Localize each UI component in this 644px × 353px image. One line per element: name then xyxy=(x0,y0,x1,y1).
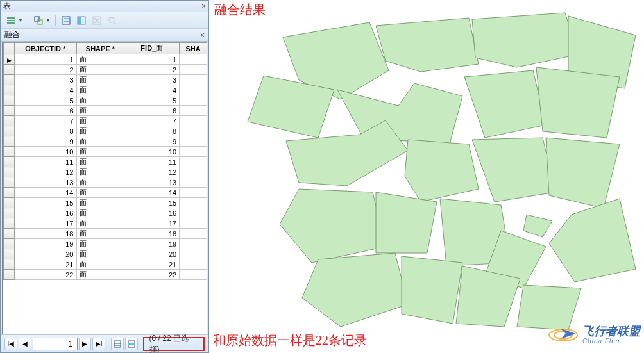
cell-fid: 9 xyxy=(124,136,180,147)
table-row[interactable]: 22面22 xyxy=(4,270,207,280)
pane-titlebar: 表 × xyxy=(1,1,208,12)
table-row[interactable]: 2面2 xyxy=(4,65,207,75)
table-row[interactable]: 4面4 xyxy=(4,85,207,95)
table-options-dropdown[interactable]: ▼ xyxy=(17,14,24,27)
row-selector[interactable] xyxy=(4,75,15,85)
table-row[interactable]: 10面10 xyxy=(4,147,207,157)
row-selector[interactable] xyxy=(4,167,15,177)
nav-last-button[interactable]: ▶I xyxy=(92,338,105,350)
select-by-attributes-button[interactable] xyxy=(60,14,72,27)
row-selector[interactable] xyxy=(4,157,15,167)
row-selector[interactable] xyxy=(4,188,15,198)
cell-shape: 面 xyxy=(76,239,124,249)
record-nav-bar: I◀ ◀ ▶ ▶I (0 / 22 已选择) xyxy=(1,334,208,352)
row-selector[interactable] xyxy=(4,208,15,218)
table-options-button[interactable] xyxy=(4,14,17,27)
cell-fid: 3 xyxy=(124,75,180,85)
row-selector[interactable] xyxy=(4,177,15,188)
table-row[interactable]: 6面6 xyxy=(4,106,207,116)
cell-fid: 2 xyxy=(124,65,180,75)
show-all-records-button[interactable] xyxy=(111,338,124,350)
table-row[interactable]: 17面17 xyxy=(4,218,207,229)
related-tables-button[interactable] xyxy=(32,14,45,27)
table-row[interactable]: 12面12 xyxy=(4,167,207,177)
layer-tab-close-button[interactable]: × xyxy=(200,31,205,40)
cell-objectid: 10 xyxy=(15,147,76,157)
map-view[interactable]: 融合结果 和原始数据一样是22条记录 飞行者联盟 Chi xyxy=(209,0,644,353)
table-row[interactable]: ▶1面1 xyxy=(4,54,207,65)
row-selector[interactable] xyxy=(4,106,15,116)
row-selector-header[interactable] xyxy=(4,43,15,54)
table-row[interactable]: 11面11 xyxy=(4,157,207,167)
nav-prev-button[interactable]: ◀ xyxy=(19,338,31,350)
row-selector[interactable] xyxy=(4,136,15,147)
col-header-fid[interactable]: FID_面 xyxy=(124,43,180,54)
row-selector[interactable] xyxy=(4,116,15,126)
row-selector[interactable] xyxy=(4,65,15,75)
layer-tab-label[interactable]: 融合 xyxy=(4,29,20,40)
row-selector[interactable] xyxy=(4,126,15,136)
table-row[interactable]: 16面16 xyxy=(4,208,207,218)
table-row[interactable]: 14面14 xyxy=(4,188,207,198)
table-row[interactable]: 5面5 xyxy=(4,95,207,106)
nav-first-button[interactable]: I◀ xyxy=(4,338,17,350)
col-header-objectid[interactable]: OBJECTID * xyxy=(15,43,76,54)
feature-polygon xyxy=(472,13,578,67)
row-selector[interactable] xyxy=(4,198,15,208)
related-tables-dropdown[interactable]: ▼ xyxy=(45,14,51,27)
show-selected-records-button[interactable] xyxy=(125,338,138,350)
cell-fid: 16 xyxy=(124,208,180,218)
zoom-to-selection-button[interactable] xyxy=(106,14,119,27)
cell-objectid: 14 xyxy=(15,188,76,198)
cell-fid: 11 xyxy=(124,157,180,167)
cell-shape: 面 xyxy=(76,270,124,280)
row-selector[interactable]: ▶ xyxy=(4,54,15,65)
cell-shape: 面 xyxy=(76,188,124,198)
col-header-sha[interactable]: SHA xyxy=(180,43,207,54)
feature-polygon xyxy=(280,189,386,263)
watermark: 飞行者联盟 China Flier xyxy=(548,322,640,348)
feature-polygon xyxy=(402,256,462,324)
cell-sha xyxy=(180,106,207,116)
cell-shape: 面 xyxy=(76,136,124,147)
row-selector[interactable] xyxy=(4,95,15,106)
cell-sha xyxy=(180,167,207,177)
cell-shape: 面 xyxy=(76,229,124,239)
table-row[interactable]: 21面21 xyxy=(4,259,207,270)
row-selector[interactable] xyxy=(4,249,15,259)
cell-objectid: 1 xyxy=(15,54,76,65)
table-row[interactable]: 7面7 xyxy=(4,116,207,126)
record-number-input[interactable] xyxy=(33,338,78,350)
cell-objectid: 16 xyxy=(15,208,76,218)
cell-sha xyxy=(180,208,207,218)
table-row[interactable]: 15面15 xyxy=(4,198,207,208)
toolbar-separator xyxy=(55,15,56,26)
clear-selection-button[interactable] xyxy=(90,14,103,27)
cell-sha xyxy=(180,75,207,85)
table-row[interactable]: 20面20 xyxy=(4,249,207,259)
nav-next-button[interactable]: ▶ xyxy=(79,338,92,350)
switch-selection-button[interactable] xyxy=(75,14,88,27)
col-header-shape[interactable]: SHAPE * xyxy=(76,43,124,54)
attribute-table-scroll[interactable]: OBJECTID * SHAPE * FID_面 SHA ▶1面12面23面34… xyxy=(2,42,207,334)
pane-close-button[interactable]: × xyxy=(201,2,206,11)
svg-rect-6 xyxy=(64,18,69,19)
table-row[interactable]: 8面8 xyxy=(4,126,207,136)
cell-sha xyxy=(180,229,207,239)
table-row[interactable]: 3面3 xyxy=(4,75,207,85)
table-body: ▶1面12面23面34面45面56面67面78面89面910面1011面1112… xyxy=(4,54,207,280)
row-selector[interactable] xyxy=(4,85,15,95)
cell-objectid: 13 xyxy=(15,177,76,188)
table-row[interactable]: 13面13 xyxy=(4,177,207,188)
row-selector[interactable] xyxy=(4,239,15,249)
row-selector[interactable] xyxy=(4,259,15,270)
row-selector[interactable] xyxy=(4,147,15,157)
table-row[interactable]: 19面19 xyxy=(4,239,207,249)
cell-fid: 7 xyxy=(124,116,180,126)
cell-objectid: 20 xyxy=(15,249,76,259)
table-row[interactable]: 18面18 xyxy=(4,229,207,239)
row-selector[interactable] xyxy=(4,229,15,239)
row-selector[interactable] xyxy=(4,218,15,229)
table-row[interactable]: 9面9 xyxy=(4,136,207,147)
row-selector[interactable] xyxy=(4,270,15,280)
